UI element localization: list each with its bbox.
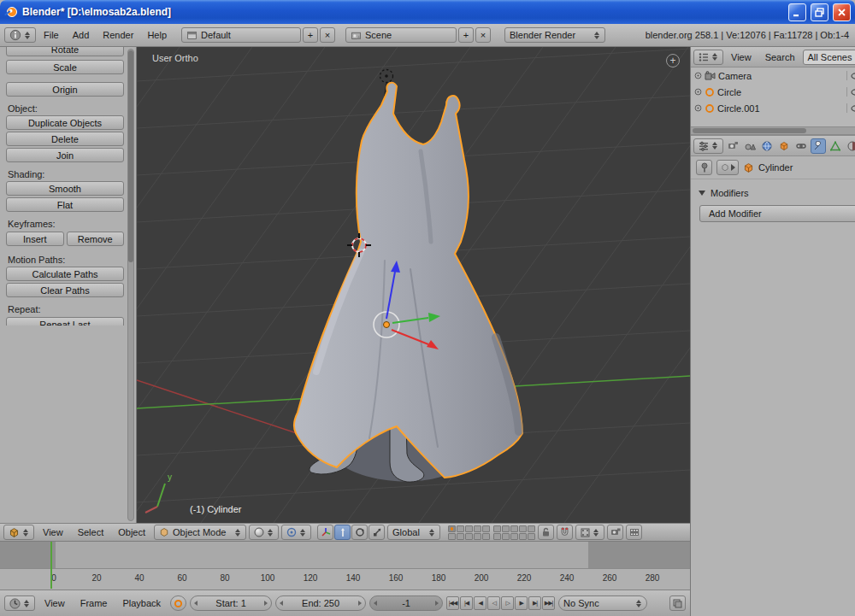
duplicate-objects-button[interactable]: Duplicate Objects [6,115,124,130]
next-keyframe-button[interactable]: ▶| [528,596,541,610]
prev-keyframe-button[interactable]: |◀ [460,596,473,610]
layer-cell[interactable] [519,525,527,532]
eye-icon[interactable] [851,104,855,113]
clear-paths-button[interactable]: Clear Paths [6,283,124,297]
empty-object[interactable] [380,70,393,83]
outliner-horizontal-scrollbar[interactable] [691,126,855,134]
current-frame-field[interactable]: -1 [369,595,443,611]
tab-object[interactable] [776,138,792,154]
insert-keyframe-button[interactable]: Insert [6,232,64,246]
viewport-3d[interactable]: User Ortho y (-1) Cylinder + [137,47,690,523]
layer-cell[interactable] [528,533,535,540]
context-browse-button[interactable] [716,160,739,175]
layer-cell[interactable] [493,525,501,532]
editor-type-timeline-button[interactable] [4,595,35,611]
viewport-shading-selector[interactable] [249,525,279,540]
eye-icon[interactable] [851,72,855,80]
play-button[interactable]: ▷ [501,596,514,610]
transform-orientation-selector[interactable]: Global [387,525,440,540]
titlebar[interactable]: Blender* [D:\elmosab2a.blend] [0,0,855,24]
layer-cell[interactable] [457,525,464,532]
tl-menu-playback[interactable]: Playback [116,595,167,612]
scene-selector[interactable]: Scene [345,27,457,43]
smooth-button[interactable]: Smooth [6,181,124,196]
calculate-paths-button[interactable]: Calculate Paths [6,267,124,281]
tab-modifiers[interactable] [811,138,826,154]
panel-collapse-icon[interactable] [699,191,705,196]
lock-layers-button[interactable] [538,525,554,540]
layer-cell[interactable] [448,525,456,532]
layer-cell[interactable] [465,533,473,540]
eye-icon[interactable] [851,88,855,97]
tab-material[interactable] [845,138,855,154]
sync-mode-selector[interactable]: No Sync [558,595,647,611]
tl-menu-frame[interactable]: Frame [74,595,114,612]
tool-shelf-scrollbar[interactable] [127,49,134,521]
outliner-display-mode-selector[interactable]: All Scenes [803,50,855,65]
pivot-point-selector[interactable] [281,525,311,540]
tab-world[interactable] [759,138,775,154]
screen-layout-selector[interactable]: Default [181,27,301,43]
close-button[interactable] [833,3,851,21]
layer-cell[interactable] [510,525,518,532]
tab-scene[interactable] [742,138,758,154]
modifiers-panel-header[interactable]: Modifiers [691,183,855,203]
origin-button[interactable]: Origin [6,82,124,97]
pin-icon-button[interactable] [696,160,712,175]
jump-to-end-button[interactable]: ▶▶| [542,596,555,610]
outliner-row[interactable]: Circle [691,84,855,100]
rotate-button[interactable]: Rotate [6,47,124,56]
render-opengl-anim-button[interactable] [626,525,642,540]
repeat-last-button[interactable]: Repeat Last [6,317,124,326]
layer-cell[interactable] [510,533,518,540]
disclosure-icon[interactable] [694,72,702,79]
outliner-item-name[interactable]: Camera [718,71,844,81]
region-expand-icon[interactable]: + [666,54,680,67]
frame-forward-button[interactable]: ▶ [515,596,528,610]
layer-cell[interactable] [482,533,490,540]
manipulator-toggle-button[interactable] [317,525,333,540]
layer-cell[interactable] [457,533,464,540]
render-engine-selector[interactable]: Blender Render [504,27,605,43]
unlink-scene-button[interactable]: × [475,27,491,43]
timeline-ruler[interactable]: 0 20 40 60 80 100 120 140 160 180 200 22… [0,568,690,590]
add-modifier-dropdown[interactable]: Add Modifier [699,205,855,222]
editor-type-3dview-button[interactable] [3,525,34,540]
manipulator-scale-button[interactable] [369,525,385,540]
outliner-row[interactable]: Circle.001 [691,100,855,116]
manipulator-translate-button[interactable] [334,525,351,540]
restore-button[interactable] [811,3,828,21]
current-frame-indicator[interactable] [50,542,52,589]
remove-keyframe-button[interactable]: Remove [67,232,125,246]
editor-type-properties-button[interactable] [693,138,723,154]
unlink-screen-button[interactable]: × [320,27,335,43]
editor-type-info-button[interactable] [4,27,36,43]
timeline-track[interactable] [0,541,690,568]
ol-menu-search[interactable]: Search [759,49,801,66]
layer-cell[interactable] [502,533,510,540]
delete-button[interactable]: Delete [6,132,124,146]
join-button[interactable]: Join [6,148,124,162]
flat-button[interactable]: Flat [6,197,124,212]
disclosure-icon[interactable] [694,104,702,112]
add-scene-button[interactable]: + [458,27,474,43]
screencast-button[interactable] [669,595,686,611]
jump-to-start-button[interactable]: |◀◀ [446,596,459,610]
start-frame-field[interactable]: Start: 1 [190,595,272,611]
tab-object-data[interactable] [828,138,843,154]
menu-add[interactable]: Add [67,26,96,44]
disclosure-icon[interactable] [694,88,702,96]
layer-cell[interactable] [465,525,473,532]
layer-cell[interactable] [474,533,481,540]
layer-cell[interactable] [502,525,510,532]
layer-cell[interactable] [474,525,481,532]
tab-constraints[interactable] [793,138,809,154]
outliner-item-name[interactable]: Circle [717,87,844,97]
mode-selector[interactable]: Object Mode [154,525,246,540]
menu-file[interactable]: File [38,26,65,44]
layer-cell[interactable] [482,525,490,532]
layer-cell[interactable] [528,525,535,532]
menu-render[interactable]: Render [97,26,139,44]
layer-cell[interactable] [493,533,501,540]
vp-menu-object[interactable]: Object [112,524,151,541]
